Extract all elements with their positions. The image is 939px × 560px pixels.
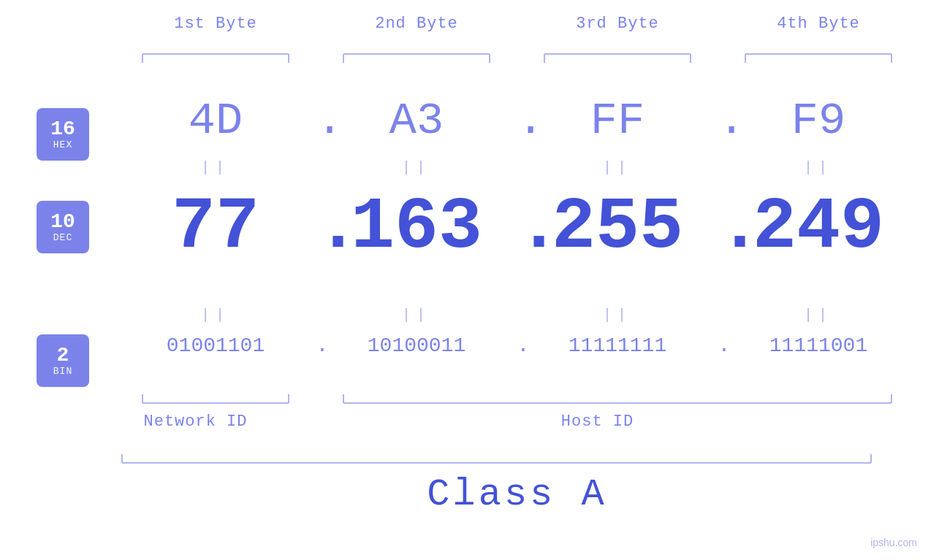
dec-byte-2: 163 <box>316 186 517 269</box>
class-bracket-row <box>0 453 939 467</box>
conn2-byte-4: || <box>718 307 919 323</box>
col-header-4: 4th Byte <box>718 15 919 33</box>
bottom-bracket-svg <box>115 393 919 407</box>
hex-row: 4D . A3 . FF . F9 <box>0 95 939 147</box>
conn1-byte-3: || <box>517 159 718 176</box>
hex-byte-3: FF <box>517 95 718 147</box>
column-headers: 1st Byte 2nd Byte 3rd Byte 4th Byte <box>0 15 939 33</box>
conn2-byte-1: || <box>115 307 316 323</box>
conn2-byte-3: || <box>517 307 718 323</box>
top-bracket-svg <box>115 50 919 64</box>
network-id-label: Network ID <box>95 413 296 431</box>
bin-byte-1: 01001101 <box>115 334 316 357</box>
id-labels-row: Network ID Host ID <box>0 413 939 431</box>
hex-byte-4: F9 <box>718 95 919 147</box>
conn1-byte-2: || <box>316 159 517 176</box>
bottom-brackets <box>0 393 939 407</box>
top-brackets <box>0 50 939 64</box>
watermark: ipshu.com <box>870 537 917 548</box>
dec-byte-4: 249 <box>718 186 919 269</box>
bin-byte-4: 11111001 <box>718 334 919 357</box>
col-header-2: 2nd Byte <box>316 15 517 33</box>
connector-row-1: || || || || <box>0 159 939 176</box>
dec-byte-3: 255 <box>517 186 718 269</box>
dec-byte-1: 77 <box>115 186 316 269</box>
connector-row-2: || || || || <box>0 307 939 323</box>
hex-byte-2: A3 <box>316 95 517 147</box>
class-label: Class A <box>115 473 919 516</box>
conn1-byte-1: || <box>115 159 316 176</box>
bin-byte-2: 10100011 <box>316 334 517 357</box>
host-id-label: Host ID <box>296 413 899 431</box>
col-header-3: 3rd Byte <box>517 15 718 33</box>
hex-byte-1: 4D <box>115 95 316 147</box>
dec-row: 77 . 163 . 255 . 249 <box>0 186 939 269</box>
class-bracket-svg <box>95 453 899 467</box>
bin-row: 01001101 . 10100011 . 11111111 . 1111100… <box>0 334 939 357</box>
conn1-byte-4: || <box>718 159 919 176</box>
col-header-1: 1st Byte <box>115 15 316 33</box>
bin-base-label: BIN <box>53 366 72 377</box>
bin-byte-3: 11111111 <box>517 334 718 357</box>
class-label-row: Class A <box>0 473 939 516</box>
conn2-byte-2: || <box>316 307 517 323</box>
